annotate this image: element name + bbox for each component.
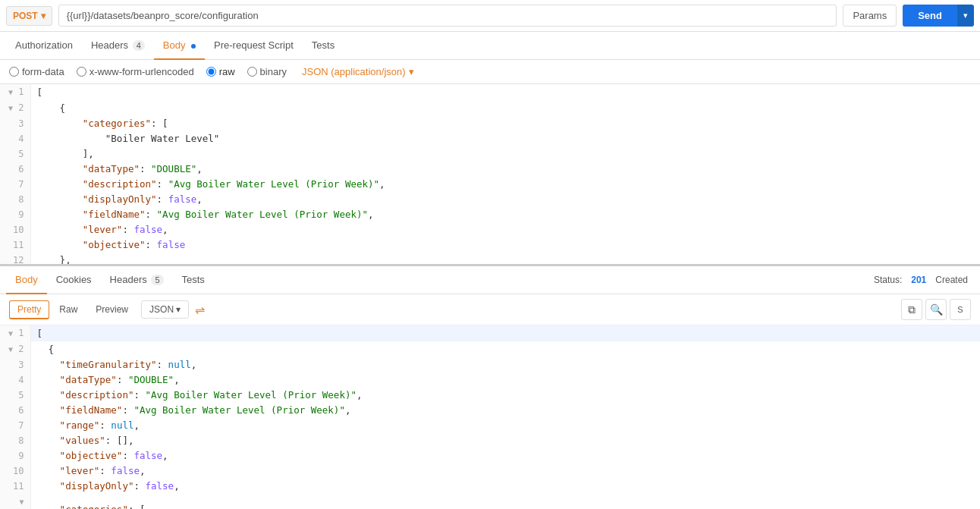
response-tabs-row: Body Cookies Headers 5 Tests Status: 201…: [0, 266, 980, 294]
resp-line-code: "displayOnly": false,: [30, 479, 980, 494]
resp-json-chevron-icon: ▾: [176, 304, 181, 315]
resp-line-num: 6: [0, 403, 30, 418]
resp-line-num: 10: [0, 463, 30, 479]
response-code-area[interactable]: ▼ 1[▼ 2 {3 "timeGranularity": null,4 "da…: [0, 325, 980, 509]
resp-line-code: "dataType": "DOUBLE",: [30, 372, 980, 388]
body-type-row: form-data x-www-form-urlencoded raw bina…: [0, 60, 980, 84]
req-line-code: "categories": [: [30, 116, 980, 131]
method-chevron-icon: ▾: [41, 11, 46, 21]
tab-headers[interactable]: Headers 4: [82, 32, 154, 60]
resp-line-num: ▼ 2: [0, 341, 30, 357]
tab-authorization[interactable]: Authorization: [6, 32, 82, 60]
collapse-arrow[interactable]: ▼: [8, 88, 13, 96]
expand-icon: S: [957, 305, 963, 314]
req-line-code: "Boiler Water Level": [30, 131, 980, 146]
resp-tab-tests[interactable]: Tests: [173, 266, 214, 294]
req-line-num: 4: [0, 131, 30, 146]
json-format-dropdown[interactable]: JSON (application/json) ▾: [302, 66, 414, 77]
radio-urlencoded[interactable]: x-www-form-urlencoded: [77, 66, 194, 77]
req-line-code: "objective": false: [30, 237, 980, 253]
body-dot: [191, 44, 196, 49]
req-line-code: "fieldName": "Avg Boiler Water Level (Pr…: [30, 207, 980, 222]
resp-line-num: 3: [0, 357, 30, 372]
resp-tab-headers[interactable]: Headers 5: [101, 266, 173, 294]
search-icon: 🔍: [930, 303, 943, 316]
resp-line-num: ▼ 1: [0, 325, 30, 341]
req-line-code: "dataType": "DOUBLE",: [30, 162, 980, 177]
req-line-code: "description": "Avg Boiler Water Level (…: [30, 177, 980, 192]
req-line-num: 10: [0, 222, 30, 237]
req-line-num: 6: [0, 162, 30, 177]
resp-collapse-arrow[interactable]: ▼: [8, 329, 13, 338]
resp-line-code: "description": "Avg Boiler Water Level (…: [30, 388, 980, 403]
resp-preview-btn[interactable]: Preview: [87, 300, 137, 319]
resp-line-num: 5: [0, 388, 30, 403]
resp-line-code: "range": null,: [30, 418, 980, 433]
resp-headers-badge: 5: [151, 275, 163, 285]
req-line-num: 5: [0, 146, 30, 162]
resp-line-code: [: [30, 325, 980, 341]
json-chevron-icon: ▾: [409, 66, 414, 77]
resp-tab-body[interactable]: Body: [6, 266, 47, 294]
status-info: Status: 201 Created: [874, 275, 974, 285]
expand-button[interactable]: S: [950, 299, 971, 320]
resp-raw-btn[interactable]: Raw: [51, 300, 86, 319]
req-line-code: {: [30, 100, 980, 116]
method-label: POST: [13, 11, 38, 21]
request-tabs: Authorization Headers 4 Body Pre-request…: [0, 32, 980, 60]
resp-pretty-btn[interactable]: Pretty: [9, 300, 49, 319]
resp-line-code: "objective": false,: [30, 448, 980, 463]
resp-line-num: ▼ 12: [0, 494, 30, 509]
radio-form-data[interactable]: form-data: [9, 66, 64, 77]
req-line-code: "displayOnly": false,: [30, 192, 980, 207]
req-line-code: [: [30, 84, 980, 100]
send-button-group: Send ▾: [903, 5, 974, 27]
resp-line-code: "fieldName": "Avg Boiler Water Level (Pr…: [30, 403, 980, 418]
req-line-code: "lever": false,: [30, 222, 980, 237]
tab-tests[interactable]: Tests: [303, 32, 344, 60]
method-select[interactable]: POST ▾: [6, 6, 52, 26]
resp-line-num: 11: [0, 479, 30, 494]
tab-body[interactable]: Body: [154, 32, 205, 60]
resp-tab-cookies[interactable]: Cookies: [47, 266, 101, 294]
resp-line-code: "lever": false,: [30, 463, 980, 479]
tab-prerequest[interactable]: Pre-request Script: [205, 32, 303, 60]
resp-line-code: "categories": [: [30, 494, 980, 509]
resp-line-num: 4: [0, 372, 30, 388]
req-line-num: 11: [0, 237, 30, 253]
req-line-num: 9: [0, 207, 30, 222]
response-code-table: ▼ 1[▼ 2 {3 "timeGranularity": null,4 "da…: [0, 325, 980, 509]
top-bar: POST ▾ Params Send ▾: [0, 0, 980, 32]
send-button[interactable]: Send: [903, 5, 957, 27]
req-line-code: },: [30, 253, 980, 266]
resp-line-num: 7: [0, 418, 30, 433]
radio-raw[interactable]: raw: [206, 66, 235, 77]
send-dropdown-button[interactable]: ▾: [957, 5, 974, 27]
resp-json-dropdown[interactable]: JSON ▾: [141, 300, 189, 319]
request-code-editor[interactable]: ▼ 1[▼ 2 {3 "categories": [4 "Boiler Wate…: [0, 84, 980, 266]
collapse-arrow[interactable]: ▼: [8, 104, 13, 112]
req-line-num: ▼ 2: [0, 100, 30, 116]
resp-line-num: 9: [0, 448, 30, 463]
response-toolbar: Pretty Raw Preview JSON ▾ ⇌ ⧉ 🔍 S: [0, 294, 980, 325]
url-input[interactable]: [58, 5, 837, 27]
resp-collapse-arrow[interactable]: ▼: [8, 345, 13, 353]
status-code: 201: [911, 275, 926, 285]
resp-line-code: "values": [],: [30, 433, 980, 448]
req-line-code: ],: [30, 146, 980, 162]
req-line-num: 8: [0, 192, 30, 207]
copy-icon: ⧉: [908, 303, 916, 316]
req-line-num: 3: [0, 116, 30, 131]
search-button[interactable]: 🔍: [925, 299, 947, 320]
headers-badge: 4: [133, 40, 145, 51]
resp-collapse-arrow[interactable]: ▼: [19, 498, 24, 506]
resp-line-code: "timeGranularity": null,: [30, 357, 980, 372]
wrap-icon[interactable]: ⇌: [195, 303, 205, 317]
params-button[interactable]: Params: [843, 5, 897, 27]
req-line-num: ▼ 1: [0, 84, 30, 100]
request-code-table: ▼ 1[▼ 2 {3 "categories": [4 "Boiler Wate…: [0, 84, 980, 266]
radio-binary[interactable]: binary: [247, 66, 287, 77]
req-line-num: 12: [0, 253, 30, 266]
resp-line-num: 8: [0, 433, 30, 448]
copy-button[interactable]: ⧉: [901, 299, 922, 320]
